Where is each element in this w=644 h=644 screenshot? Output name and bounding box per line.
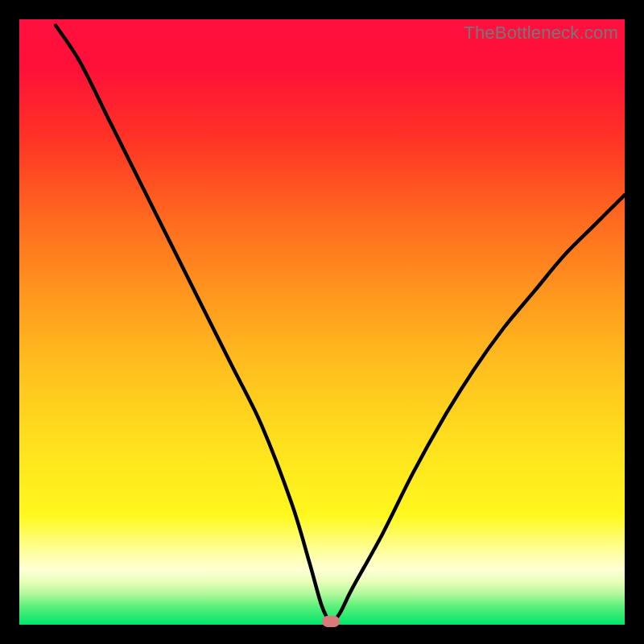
chart-frame: TheBottleneck.com xyxy=(0,0,644,644)
watermark-text: TheBottleneck.com xyxy=(464,23,618,43)
bottleneck-curve xyxy=(19,19,625,625)
optimal-point-marker xyxy=(322,616,340,627)
plot-area: TheBottleneck.com xyxy=(19,19,625,625)
